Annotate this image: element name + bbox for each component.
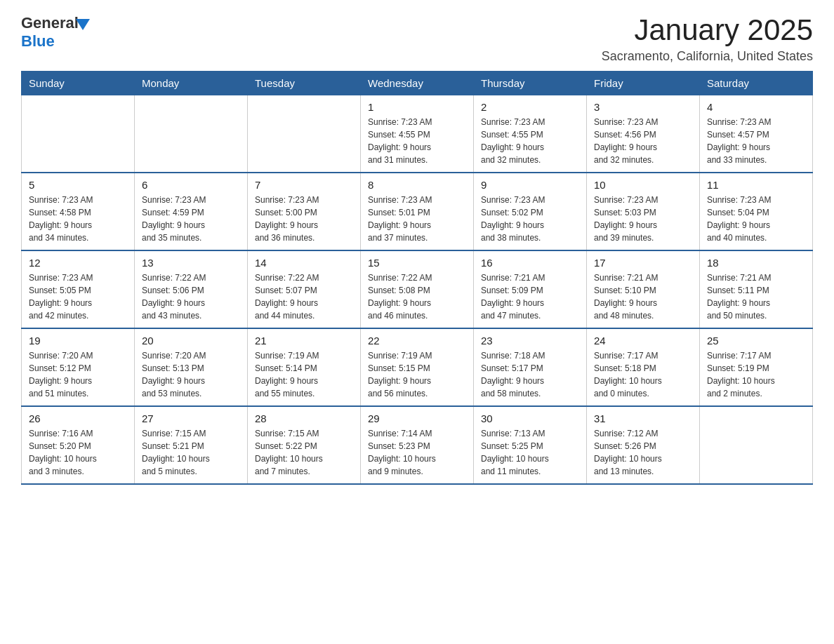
calendar-table: SundayMondayTuesdayWednesdayThursdayFrid… bbox=[21, 71, 813, 485]
day-info: Sunrise: 7:15 AM Sunset: 5:21 PM Dayligh… bbox=[142, 427, 240, 478]
day-cell: 23Sunrise: 7:18 AM Sunset: 5:17 PM Dayli… bbox=[474, 328, 587, 406]
week-row-2: 5Sunrise: 7:23 AM Sunset: 4:58 PM Daylig… bbox=[22, 173, 813, 250]
day-number: 13 bbox=[142, 257, 240, 269]
day-number: 29 bbox=[368, 412, 466, 424]
day-cell: 9Sunrise: 7:23 AM Sunset: 5:02 PM Daylig… bbox=[474, 173, 587, 250]
day-info: Sunrise: 7:23 AM Sunset: 5:01 PM Dayligh… bbox=[368, 194, 466, 244]
calendar-title: January 2025 bbox=[602, 14, 813, 46]
day-number: 8 bbox=[368, 179, 466, 191]
day-number: 27 bbox=[142, 412, 240, 424]
day-number: 1 bbox=[368, 101, 466, 113]
day-info: Sunrise: 7:23 AM Sunset: 4:59 PM Dayligh… bbox=[142, 194, 240, 244]
day-number: 31 bbox=[594, 412, 692, 424]
day-info: Sunrise: 7:23 AM Sunset: 4:58 PM Dayligh… bbox=[29, 194, 127, 244]
title-block: January 2025 Sacramento, California, Uni… bbox=[602, 14, 813, 64]
day-info: Sunrise: 7:15 AM Sunset: 5:22 PM Dayligh… bbox=[255, 427, 353, 478]
day-number: 12 bbox=[29, 257, 127, 269]
day-info: Sunrise: 7:23 AM Sunset: 5:03 PM Dayligh… bbox=[594, 194, 692, 244]
day-number: 17 bbox=[594, 257, 692, 269]
day-cell: 3Sunrise: 7:23 AM Sunset: 4:56 PM Daylig… bbox=[587, 95, 700, 173]
week-row-4: 19Sunrise: 7:20 AM Sunset: 5:12 PM Dayli… bbox=[22, 328, 813, 406]
day-number: 2 bbox=[481, 101, 579, 113]
day-cell: 5Sunrise: 7:23 AM Sunset: 4:58 PM Daylig… bbox=[22, 173, 135, 250]
calendar-subtitle: Sacramento, California, United States bbox=[602, 49, 813, 64]
day-info: Sunrise: 7:22 AM Sunset: 5:08 PM Dayligh… bbox=[368, 271, 466, 322]
header-sunday: Sunday bbox=[22, 72, 135, 95]
logo-general-text: General bbox=[21, 14, 79, 32]
header-monday: Monday bbox=[135, 72, 248, 95]
day-cell: 26Sunrise: 7:16 AM Sunset: 5:20 PM Dayli… bbox=[22, 406, 135, 484]
day-number: 28 bbox=[255, 412, 353, 424]
day-cell: 1Sunrise: 7:23 AM Sunset: 4:55 PM Daylig… bbox=[361, 95, 474, 173]
day-cell: 2Sunrise: 7:23 AM Sunset: 4:55 PM Daylig… bbox=[474, 95, 587, 173]
week-row-1: 1Sunrise: 7:23 AM Sunset: 4:55 PM Daylig… bbox=[22, 95, 813, 173]
day-cell: 25Sunrise: 7:17 AM Sunset: 5:19 PM Dayli… bbox=[700, 328, 813, 406]
day-info: Sunrise: 7:16 AM Sunset: 5:20 PM Dayligh… bbox=[29, 427, 127, 478]
day-number: 30 bbox=[481, 412, 579, 424]
day-number: 15 bbox=[368, 257, 466, 269]
day-number: 11 bbox=[707, 179, 805, 191]
day-cell bbox=[248, 95, 361, 173]
day-number: 21 bbox=[255, 335, 353, 347]
day-number: 26 bbox=[29, 412, 127, 424]
day-info: Sunrise: 7:23 AM Sunset: 5:00 PM Dayligh… bbox=[255, 194, 353, 244]
day-info: Sunrise: 7:23 AM Sunset: 4:57 PM Dayligh… bbox=[707, 116, 805, 166]
day-info: Sunrise: 7:19 AM Sunset: 5:14 PM Dayligh… bbox=[255, 349, 353, 400]
page-header: General Blue January 2025 Sacramento, Ca… bbox=[21, 14, 813, 64]
day-number: 19 bbox=[29, 335, 127, 347]
day-cell: 18Sunrise: 7:21 AM Sunset: 5:11 PM Dayli… bbox=[700, 250, 813, 328]
days-header-row: SundayMondayTuesdayWednesdayThursdayFrid… bbox=[22, 72, 813, 95]
day-number: 7 bbox=[255, 179, 353, 191]
day-number: 4 bbox=[707, 101, 805, 113]
header-tuesday: Tuesday bbox=[248, 72, 361, 95]
day-cell: 6Sunrise: 7:23 AM Sunset: 4:59 PM Daylig… bbox=[135, 173, 248, 250]
day-info: Sunrise: 7:23 AM Sunset: 4:56 PM Dayligh… bbox=[594, 116, 692, 166]
day-number: 3 bbox=[594, 101, 692, 113]
header-wednesday: Wednesday bbox=[361, 72, 474, 95]
day-number: 22 bbox=[368, 335, 466, 347]
day-number: 5 bbox=[29, 179, 127, 191]
day-number: 25 bbox=[707, 335, 805, 347]
day-info: Sunrise: 7:21 AM Sunset: 5:11 PM Dayligh… bbox=[707, 271, 805, 322]
day-info: Sunrise: 7:20 AM Sunset: 5:13 PM Dayligh… bbox=[142, 349, 240, 400]
day-number: 16 bbox=[481, 257, 579, 269]
day-cell: 16Sunrise: 7:21 AM Sunset: 5:09 PM Dayli… bbox=[474, 250, 587, 328]
day-cell bbox=[700, 406, 813, 484]
logo-blue-text: Blue bbox=[21, 32, 55, 51]
day-info: Sunrise: 7:20 AM Sunset: 5:12 PM Dayligh… bbox=[29, 349, 127, 400]
day-cell: 11Sunrise: 7:23 AM Sunset: 5:04 PM Dayli… bbox=[700, 173, 813, 250]
day-cell bbox=[135, 95, 248, 173]
day-cell: 17Sunrise: 7:21 AM Sunset: 5:10 PM Dayli… bbox=[587, 250, 700, 328]
day-cell: 31Sunrise: 7:12 AM Sunset: 5:26 PM Dayli… bbox=[587, 406, 700, 484]
day-cell: 28Sunrise: 7:15 AM Sunset: 5:22 PM Dayli… bbox=[248, 406, 361, 484]
day-cell: 14Sunrise: 7:22 AM Sunset: 5:07 PM Dayli… bbox=[248, 250, 361, 328]
day-cell: 21Sunrise: 7:19 AM Sunset: 5:14 PM Dayli… bbox=[248, 328, 361, 406]
day-cell: 4Sunrise: 7:23 AM Sunset: 4:57 PM Daylig… bbox=[700, 95, 813, 173]
day-info: Sunrise: 7:19 AM Sunset: 5:15 PM Dayligh… bbox=[368, 349, 466, 400]
header-thursday: Thursday bbox=[474, 72, 587, 95]
day-info: Sunrise: 7:18 AM Sunset: 5:17 PM Dayligh… bbox=[481, 349, 579, 400]
day-cell: 27Sunrise: 7:15 AM Sunset: 5:21 PM Dayli… bbox=[135, 406, 248, 484]
logo-triangle-icon bbox=[76, 19, 90, 30]
day-info: Sunrise: 7:22 AM Sunset: 5:07 PM Dayligh… bbox=[255, 271, 353, 322]
day-cell: 30Sunrise: 7:13 AM Sunset: 5:25 PM Dayli… bbox=[474, 406, 587, 484]
day-number: 24 bbox=[594, 335, 692, 347]
day-number: 6 bbox=[142, 179, 240, 191]
day-number: 14 bbox=[255, 257, 353, 269]
logo: General Blue bbox=[21, 14, 90, 51]
day-info: Sunrise: 7:21 AM Sunset: 5:09 PM Dayligh… bbox=[481, 271, 579, 322]
day-info: Sunrise: 7:23 AM Sunset: 5:05 PM Dayligh… bbox=[29, 271, 127, 322]
day-info: Sunrise: 7:17 AM Sunset: 5:19 PM Dayligh… bbox=[707, 349, 805, 400]
day-info: Sunrise: 7:14 AM Sunset: 5:23 PM Dayligh… bbox=[368, 427, 466, 478]
day-cell: 10Sunrise: 7:23 AM Sunset: 5:03 PM Dayli… bbox=[587, 173, 700, 250]
day-cell: 24Sunrise: 7:17 AM Sunset: 5:18 PM Dayli… bbox=[587, 328, 700, 406]
day-cell: 22Sunrise: 7:19 AM Sunset: 5:15 PM Dayli… bbox=[361, 328, 474, 406]
day-cell bbox=[22, 95, 135, 173]
day-cell: 20Sunrise: 7:20 AM Sunset: 5:13 PM Dayli… bbox=[135, 328, 248, 406]
day-info: Sunrise: 7:23 AM Sunset: 4:55 PM Dayligh… bbox=[368, 116, 466, 166]
day-number: 18 bbox=[707, 257, 805, 269]
day-cell: 7Sunrise: 7:23 AM Sunset: 5:00 PM Daylig… bbox=[248, 173, 361, 250]
day-cell: 15Sunrise: 7:22 AM Sunset: 5:08 PM Dayli… bbox=[361, 250, 474, 328]
day-number: 10 bbox=[594, 179, 692, 191]
day-cell: 13Sunrise: 7:22 AM Sunset: 5:06 PM Dayli… bbox=[135, 250, 248, 328]
